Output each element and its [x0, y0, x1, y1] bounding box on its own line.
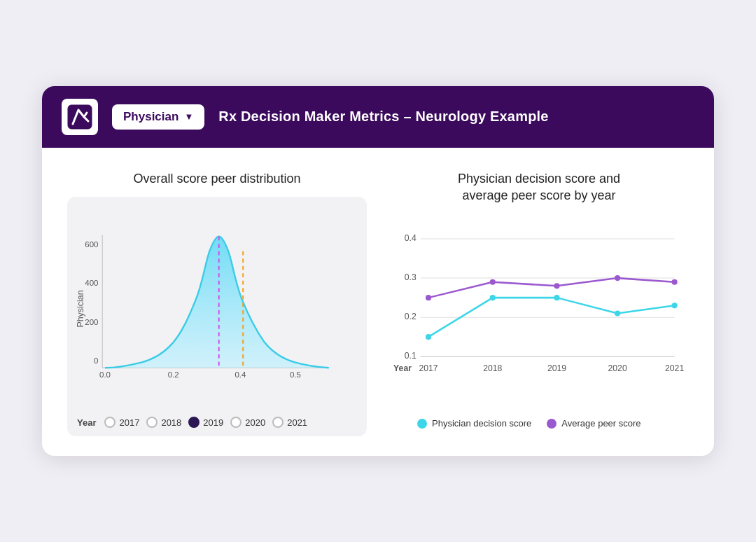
bell-chart-svg: Physician 600 400 200 0 0.0 0.2 0.4 0.5: [74, 211, 356, 407]
legend-item-2018[interactable]: 2018: [146, 417, 181, 428]
physician-dropdown[interactable]: Physician ▼: [112, 104, 204, 130]
legend-year-2018: 2018: [161, 417, 181, 428]
svg-text:Year: Year: [393, 363, 412, 373]
logo-icon: [67, 104, 92, 130]
svg-point-32: [615, 311, 620, 317]
svg-point-35: [490, 279, 496, 285]
svg-text:2020: 2020: [608, 363, 627, 373]
legend-circle-2017: [104, 417, 115, 428]
legend-item-2020[interactable]: 2020: [230, 417, 265, 428]
legend-item-2021[interactable]: 2021: [272, 417, 307, 428]
right-chart-title: Physician decision score and average pee…: [389, 170, 689, 204]
legend-year-2021: 2021: [287, 417, 307, 428]
legend-year-text: Year: [77, 417, 96, 428]
svg-text:0.4: 0.4: [234, 370, 246, 379]
bell-chart-container: Physician 600 400 200 0 0.0 0.2 0.4 0.5: [67, 197, 367, 436]
svg-text:2021: 2021: [665, 363, 684, 373]
legend-year-2017: 2017: [119, 417, 139, 428]
svg-point-38: [672, 279, 678, 285]
svg-text:0.5: 0.5: [290, 370, 301, 379]
svg-rect-0: [68, 105, 92, 129]
legend-item-2019[interactable]: 2019: [188, 417, 223, 428]
svg-point-31: [554, 295, 559, 300]
peer-legend-label: Average peer score: [561, 418, 640, 429]
right-chart: Physician decision score and average pee…: [389, 170, 689, 429]
svg-text:0.0: 0.0: [99, 370, 111, 379]
dropdown-label: Physician: [123, 110, 178, 124]
bell-svg-wrap: Physician 600 400 200 0 0.0 0.2 0.4 0.5: [74, 211, 356, 410]
physician-legend-dot: [417, 419, 427, 429]
legend-row: Year 2017 2018 2019 202: [74, 417, 356, 428]
legend-circle-2018: [146, 417, 158, 428]
logo-box: [62, 99, 98, 135]
line-legend-peer: Average peer score: [547, 418, 640, 429]
legend-circle-2021: [272, 417, 284, 428]
legend-circle-2019: [188, 417, 200, 428]
svg-text:0: 0: [94, 357, 98, 366]
svg-text:0.3: 0.3: [405, 273, 416, 283]
left-chart: Overall score peer distribution Physicia…: [67, 170, 367, 436]
svg-point-33: [672, 303, 678, 309]
legend-year-2020: 2020: [245, 417, 265, 428]
svg-text:600: 600: [85, 240, 98, 249]
svg-point-29: [426, 335, 431, 340]
svg-text:2018: 2018: [483, 363, 502, 373]
svg-point-34: [426, 295, 431, 300]
svg-text:200: 200: [85, 318, 98, 326]
header-title: Rx Decision Maker Metrics – Neurology Ex…: [218, 109, 548, 125]
svg-text:0.2: 0.2: [168, 370, 179, 379]
header: Physician ▼ Rx Decision Maker Metrics – …: [42, 86, 714, 148]
peer-legend-dot: [547, 419, 556, 429]
line-chart-svg: 0.4 0.3 0.2 0.1 2017 2018 2019 2020 2021: [389, 214, 689, 410]
left-chart-title: Overall score peer distribution: [67, 170, 367, 187]
svg-text:400: 400: [85, 279, 98, 288]
line-legend-row: Physician decision score Average peer sc…: [389, 418, 689, 429]
svg-point-37: [615, 275, 620, 281]
svg-text:0.1: 0.1: [405, 352, 416, 361]
svg-point-36: [554, 284, 559, 289]
physician-legend-label: Physician decision score: [432, 418, 531, 429]
chevron-down-icon: ▼: [184, 111, 193, 122]
legend-year-2019: 2019: [203, 417, 223, 428]
main-card: Physician ▼ Rx Decision Maker Metrics – …: [42, 86, 714, 456]
legend-item-2017[interactable]: 2017: [104, 417, 139, 428]
svg-text:2019: 2019: [547, 363, 566, 373]
svg-point-30: [490, 295, 496, 300]
svg-text:2017: 2017: [419, 363, 438, 373]
svg-text:0.4: 0.4: [405, 234, 416, 244]
y-axis-label: Physician: [76, 290, 85, 327]
svg-text:0.2: 0.2: [405, 312, 416, 322]
legend-circle-2020: [230, 417, 241, 428]
content-area: Overall score peer distribution Physicia…: [42, 148, 714, 456]
line-legend-physician: Physician decision score: [417, 418, 531, 429]
